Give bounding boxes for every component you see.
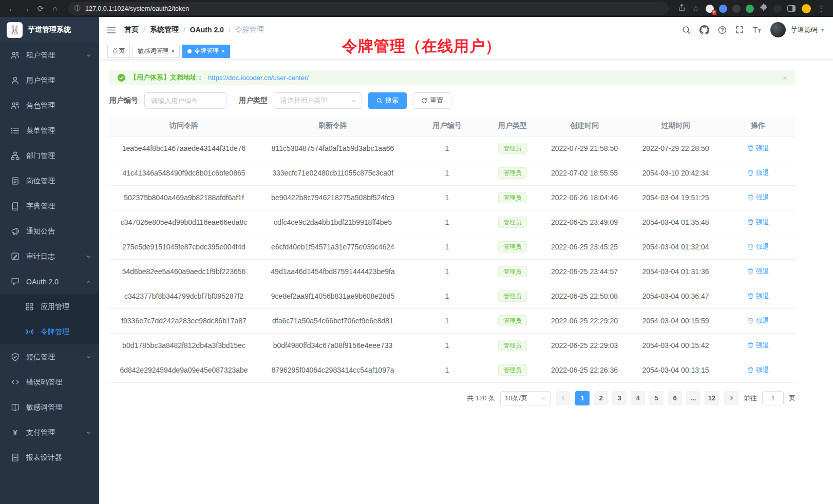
expire-time-cell: 2054-03-04 00:15:59 — [631, 308, 721, 333]
profile-avatar-icon[interactable] — [802, 4, 811, 13]
sidebar-item-oauth2-application[interactable]: 应用管理 — [0, 294, 99, 319]
sidebar-item-menu[interactable]: 菜单管理 — [0, 118, 99, 143]
breadcrumb-item[interactable]: OAuth 2.0 — [190, 26, 224, 34]
bookmark-star-icon[interactable]: ☆ — [689, 3, 703, 15]
info-icon[interactable]: ⓘ — [74, 4, 81, 13]
sidebar-item-label: 令牌管理 — [41, 327, 69, 337]
alert-link[interactable]: https://doc.iocoder.cn/user-center/ — [208, 74, 309, 82]
user-name[interactable]: 芋道源码 — [791, 25, 818, 34]
reload-icon[interactable]: ⟳ — [34, 3, 47, 15]
table-row: f9336e7c7dd242a283ee98dc86b17a87dfa6c71a… — [109, 308, 796, 333]
page-button-2[interactable]: 2 — [594, 391, 608, 405]
search-button[interactable]: 搜索 — [368, 92, 407, 109]
user-avatar[interactable] — [770, 22, 786, 37]
extensions-puzzle-icon[interactable] — [757, 3, 770, 15]
table-row: 54d6be82ee5a460a9aedc1f9bf22365649d1aa46… — [109, 259, 796, 284]
force-logout-button[interactable]: 强退 — [747, 168, 769, 178]
sidebar-item-label: 支付管理 — [26, 428, 55, 437]
user-id-input[interactable] — [144, 92, 226, 109]
breadcrumb-item[interactable]: 首页 — [124, 25, 139, 34]
sidebar-item-post[interactable]: 岗位管理 — [0, 168, 99, 193]
user-type-select[interactable]: 请选择用户类型 — [274, 92, 362, 109]
force-logout-button[interactable]: 强退 — [747, 365, 769, 375]
access-token-cell: 502375b8040a469a9b82188afdf6af1f — [109, 185, 258, 210]
sidebar-item-audit-log[interactable]: 审计日志 — [0, 244, 99, 269]
create-time-cell: 2022-06-25 23:45:25 — [538, 235, 631, 259]
help-icon[interactable] — [718, 26, 727, 34]
github-icon[interactable] — [699, 25, 709, 35]
browser-menu-icon[interactable]: ⋮ — [815, 3, 828, 15]
sidebar-item-dict[interactable]: 字典管理 — [0, 193, 99, 219]
column-header: 访问令牌 — [109, 115, 258, 136]
next-page-button[interactable] — [724, 391, 739, 405]
close-icon[interactable]: × — [783, 73, 787, 82]
delete-icon — [747, 145, 754, 151]
home-icon[interactable]: ⌂ — [48, 3, 62, 15]
page-button-4[interactable]: 4 — [631, 391, 645, 405]
sidebar-item-user[interactable]: 用户管理 — [0, 68, 99, 93]
force-logout-button[interactable]: 强退 — [747, 144, 769, 153]
font-size-icon[interactable] — [752, 26, 762, 34]
extension-icon[interactable]: 6 — [706, 5, 714, 13]
back-icon[interactable]: ← — [5, 3, 18, 15]
search-icon[interactable] — [682, 26, 691, 34]
breadcrumb-item[interactable]: 系统管理 — [150, 25, 179, 34]
extension-icon[interactable] — [732, 5, 741, 13]
goto-page-input[interactable] — [762, 391, 784, 405]
close-icon[interactable]: × — [171, 48, 175, 54]
collapse-menu-icon[interactable] — [107, 26, 116, 34]
reset-button[interactable]: 重置 — [413, 92, 451, 109]
sidebar-item-oauth2[interactable]: OAuth 2.0 — [0, 269, 99, 294]
forward-icon[interactable]: → — [20, 3, 33, 15]
fullscreen-icon[interactable] — [735, 26, 744, 34]
prev-page-button[interactable] — [556, 391, 570, 405]
sidebar-item-notice[interactable]: 通知公告 — [0, 219, 99, 244]
force-logout-button[interactable]: 强退 — [747, 316, 769, 325]
more-pages-button[interactable]: ... — [686, 391, 701, 405]
page-button-5[interactable]: 5 — [649, 391, 664, 405]
page-button-6[interactable]: 6 — [668, 391, 682, 405]
extension-icon[interactable] — [719, 5, 727, 13]
page-size-select[interactable]: 10条/页 — [500, 391, 551, 405]
sidebar-item-label: 字典管理 — [26, 202, 55, 211]
extension-icon[interactable] — [773, 5, 782, 13]
user-id-cell: 1 — [407, 161, 487, 185]
sidebar-item-sms[interactable]: 短信管理 — [0, 344, 99, 370]
menu-icon — [11, 126, 20, 135]
sidebar-item-dept[interactable]: 部门管理 — [0, 143, 99, 168]
page-button-12[interactable]: 12 — [705, 391, 719, 405]
extension-icon[interactable] — [746, 5, 754, 13]
close-icon[interactable]: × — [221, 48, 225, 54]
force-logout-button[interactable]: 强退 — [747, 193, 769, 202]
sidebar-item-tenant[interactable]: 租户管理 — [0, 43, 99, 68]
sidebar-item-error-code[interactable]: 错误码管理 — [0, 370, 99, 395]
sidebar-item-sensitive-word[interactable]: 敏感词管理 — [0, 395, 99, 420]
sidebar-item-pay[interactable]: ¥支付管理 — [0, 420, 99, 445]
page-button-3[interactable]: 3 — [612, 391, 627, 405]
user-id-cell: 1 — [407, 235, 487, 259]
force-logout-button[interactable]: 强退 — [747, 292, 769, 301]
create-time-cell: 2022-06-25 22:29:20 — [538, 308, 631, 333]
page-button-1[interactable]: 1 — [575, 391, 590, 405]
force-logout-button[interactable]: 强退 — [747, 267, 769, 276]
sidebar-item-role[interactable]: 角色管理 — [0, 93, 99, 118]
tab-home[interactable]: 首页 — [107, 45, 130, 58]
share-icon[interactable] — [675, 3, 688, 15]
force-logout-button[interactable]: 强退 — [747, 242, 769, 251]
side-panel-icon[interactable] — [787, 5, 796, 12]
url-bar[interactable]: ⓘ 127.0.0.1:1024/system/oauth2/token — [68, 2, 669, 15]
sms-icon — [11, 353, 20, 361]
tab-sensitive-word[interactable]: 敏感词管理× — [132, 45, 180, 58]
user-type-tag: 管理员 — [498, 167, 527, 179]
sidebar-item-report-designer[interactable]: 报表设计器 — [0, 445, 99, 470]
force-logout-button[interactable]: 强退 — [747, 341, 769, 350]
delete-icon — [747, 293, 754, 299]
breadcrumb-item[interactable]: 令牌管理 — [235, 25, 264, 34]
table-row: 502375b8040a469a9b82188afdf6af1fbe90422b… — [109, 185, 796, 210]
sidebar-item-oauth2-token[interactable]: 令牌管理 — [0, 319, 99, 344]
delete-icon — [747, 219, 754, 225]
app-logo[interactable]: 🐰 芋道管理系统 — [0, 17, 99, 43]
force-logout-button[interactable]: 强退 — [747, 218, 769, 227]
chevron-down-icon — [86, 52, 91, 58]
tab-token[interactable]: 令牌管理× — [182, 45, 230, 58]
